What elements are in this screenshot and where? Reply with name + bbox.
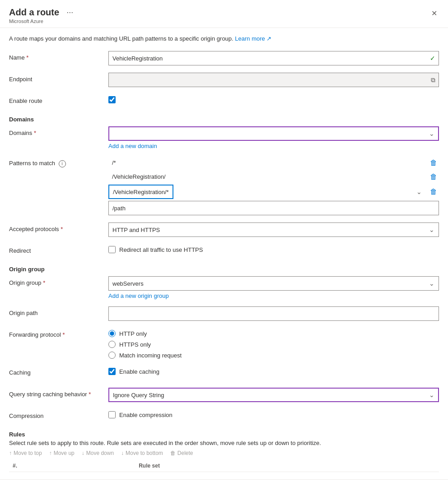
move-down-icon: ↓ xyxy=(82,450,84,456)
patterns-row: Patterns to match i /* 🗑 /VehicleRegistr… xyxy=(9,157,439,215)
pattern-row-4 xyxy=(108,201,439,215)
panel-body: A route maps your domains and matching U… xyxy=(0,28,448,479)
description: A route maps your domains and matching U… xyxy=(9,35,439,42)
accepted-protocols-control: HTTP only HTTPS only HTTP and HTTPS xyxy=(108,222,439,237)
origin-group-section-header: Origin group xyxy=(9,266,439,273)
name-control: ✓ xyxy=(108,51,439,65)
move-up-label: Move up xyxy=(54,450,75,456)
domains-row: Domains * Add a new domain xyxy=(9,126,439,149)
learn-more-link[interactable]: Learn more ↗ xyxy=(235,35,271,42)
caching-control: Enable caching xyxy=(108,366,439,375)
domains-label: Domains * xyxy=(9,126,108,137)
redirect-checkbox-wrapper: Redirect all traffic to use HTTPS xyxy=(108,244,439,253)
caching-label-text: Caching xyxy=(9,369,31,376)
compression-row: Compression Enable compression xyxy=(9,409,439,424)
rules-table-header: #. Rule set xyxy=(9,460,439,472)
description-text: A route maps your domains and matching U… xyxy=(9,35,233,42)
endpoint-row: Endpoint ⧉ xyxy=(9,73,439,87)
delete-pattern-1-button[interactable]: 🗑 xyxy=(428,157,439,169)
patterns-container: /* 🗑 /VehicleRegistration/ 🗑 /VehicleReg… xyxy=(108,157,439,215)
enable-route-label-text: Enable route xyxy=(9,97,42,104)
accepted-protocols-row: Accepted protocols * HTTP only HTTPS onl… xyxy=(9,222,439,237)
domains-select-wrapper xyxy=(108,126,439,141)
origin-group-section-title: Origin group xyxy=(9,266,439,273)
delete-pattern-3-button[interactable]: 🗑 xyxy=(428,186,439,198)
move-to-bottom-icon: ↓ xyxy=(121,450,124,456)
move-to-top-button[interactable]: ↑ Move to top xyxy=(9,450,42,456)
delete-rule-icon: 🗑 xyxy=(170,450,176,456)
rules-toolbar: ↑ Move to top ↑ Move up ↓ Move down ↓ Mo… xyxy=(9,450,439,456)
move-to-bottom-button[interactable]: ↓ Move to bottom xyxy=(121,450,163,456)
domains-select[interactable] xyxy=(108,126,439,141)
origin-group-label-text: Origin group xyxy=(9,279,42,286)
caching-label: Caching xyxy=(9,366,108,377)
enable-route-checkbox-wrapper xyxy=(108,94,439,103)
name-label-text: Name xyxy=(9,54,25,61)
pattern-input-4[interactable] xyxy=(108,201,439,215)
redirect-checkbox[interactable] xyxy=(108,246,116,253)
origin-path-input[interactable] xyxy=(108,306,439,321)
domains-section-title: Domains xyxy=(9,116,439,123)
forwarding-http-only-radio[interactable] xyxy=(108,330,116,337)
accepted-protocols-required: * xyxy=(61,226,63,232)
rules-section: Rules Select rule sets to apply to this … xyxy=(9,431,439,472)
pattern-select-3[interactable]: /VehicleRegistration/* xyxy=(108,185,173,199)
more-options-button[interactable]: ··· xyxy=(63,8,77,17)
name-input[interactable] xyxy=(108,51,439,65)
origin-path-label: Origin path xyxy=(9,306,108,317)
enable-route-checkbox[interactable] xyxy=(108,96,116,103)
query-string-caching-label: Query string caching behavior * xyxy=(9,388,108,399)
close-button[interactable]: ✕ xyxy=(429,7,439,19)
domains-label-text: Domains xyxy=(9,130,32,136)
compression-checkbox-label: Enable compression xyxy=(119,412,173,418)
forwarding-https-only-radio[interactable] xyxy=(108,341,116,348)
endpoint-input xyxy=(108,73,439,87)
forwarding-protocol-control: HTTP only HTTPS only Match incoming requ… xyxy=(108,328,439,359)
forwarding-protocol-label-text: Forwarding protocol xyxy=(9,331,61,338)
origin-group-select-wrapper: webServers xyxy=(108,276,439,291)
add-origin-group-link[interactable]: Add a new origin group xyxy=(108,292,169,299)
forwarding-match-incoming-wrapper: Match incoming request xyxy=(108,352,439,359)
accepted-protocols-select[interactable]: HTTP only HTTPS only HTTP and HTTPS xyxy=(108,222,439,237)
patterns-label: Patterns to match i xyxy=(9,157,108,167)
name-wrapper: ✓ xyxy=(108,51,439,65)
patterns-label-text: Patterns to match xyxy=(9,160,55,167)
rules-title: Rules xyxy=(9,431,439,438)
compression-checkbox-wrapper: Enable compression xyxy=(108,409,439,418)
name-required-indicator: * xyxy=(26,54,28,61)
redirect-label: Redirect xyxy=(9,244,108,255)
redirect-row: Redirect Redirect all traffic to use HTT… xyxy=(9,244,439,259)
header-left: Add a route ··· Microsoft Azure xyxy=(9,7,77,24)
forwarding-protocol-label: Forwarding protocol * xyxy=(9,328,108,339)
copy-endpoint-button[interactable]: ⧉ xyxy=(431,76,435,84)
forwarding-match-incoming-radio[interactable] xyxy=(108,352,116,359)
delete-rule-button[interactable]: 🗑 Delete xyxy=(170,450,193,456)
origin-group-select[interactable]: webServers xyxy=(108,276,439,291)
move-to-bottom-label: Move to bottom xyxy=(126,450,163,456)
rules-table: #. Rule set xyxy=(9,460,439,472)
add-domain-link[interactable]: Add a new domain xyxy=(108,143,157,149)
query-string-caching-select[interactable]: Ignore Query String Use Query String Ign… xyxy=(108,388,439,402)
rules-col-number: #. xyxy=(9,460,135,472)
forwarding-http-only-label: HTTP only xyxy=(119,330,147,337)
move-up-button[interactable]: ↑ Move up xyxy=(49,450,75,456)
patterns-control: /* 🗑 /VehicleRegistration/ 🗑 /VehicleReg… xyxy=(108,157,439,215)
domains-required-indicator: * xyxy=(34,130,36,136)
move-to-top-label: Move to top xyxy=(14,450,42,456)
enable-route-label: Enable route xyxy=(9,94,108,105)
compression-checkbox[interactable] xyxy=(108,411,116,418)
move-down-button[interactable]: ↓ Move down xyxy=(82,450,114,456)
delete-pattern-2-button[interactable]: 🗑 xyxy=(428,171,439,183)
enable-route-control xyxy=(108,94,439,103)
external-link-icon: ↗ xyxy=(266,35,271,42)
delete-rule-label: Delete xyxy=(177,450,193,456)
enable-route-row: Enable route xyxy=(9,94,439,109)
learn-more-text: Learn more xyxy=(235,35,265,42)
patterns-info-icon[interactable]: i xyxy=(59,160,66,167)
move-down-label: Move down xyxy=(86,450,114,456)
query-string-caching-select-wrapper: Ignore Query String Use Query String Ign… xyxy=(108,388,439,402)
caching-checkbox[interactable] xyxy=(108,368,116,375)
name-row: Name * ✓ xyxy=(9,51,439,65)
accepted-protocols-select-wrapper: HTTP only HTTPS only HTTP and HTTPS xyxy=(108,222,439,237)
title-text: Add a route xyxy=(9,7,59,18)
